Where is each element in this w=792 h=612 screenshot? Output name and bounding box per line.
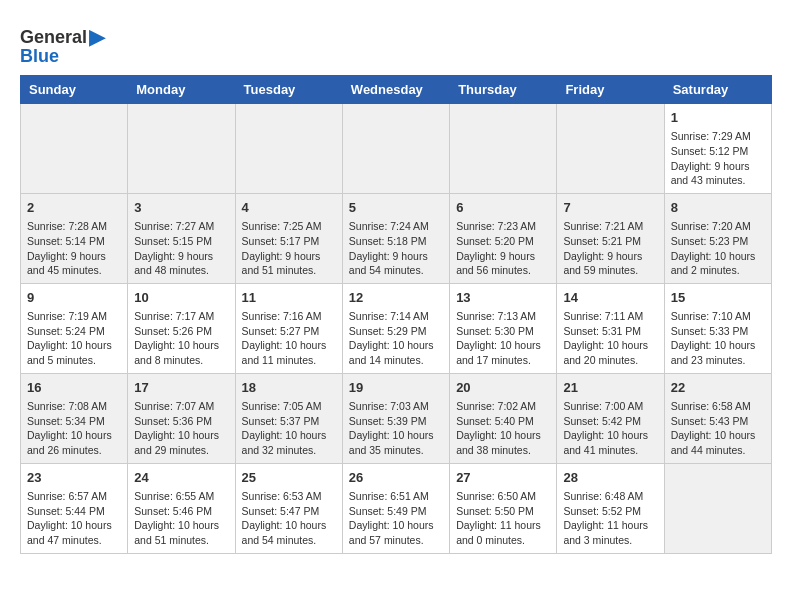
calendar-cell: 5Sunrise: 7:24 AMSunset: 5:18 PMDaylight…	[342, 193, 449, 283]
day-info: Daylight: 10 hours and 2 minutes.	[671, 249, 765, 278]
day-info: Daylight: 11 hours and 3 minutes.	[563, 518, 657, 547]
calendar-cell: 18Sunrise: 7:05 AMSunset: 5:37 PMDayligh…	[235, 373, 342, 463]
day-info: Daylight: 10 hours and 14 minutes.	[349, 338, 443, 367]
day-info: Sunset: 5:42 PM	[563, 414, 657, 429]
calendar-cell: 21Sunrise: 7:00 AMSunset: 5:42 PMDayligh…	[557, 373, 664, 463]
day-info: Sunset: 5:44 PM	[27, 504, 121, 519]
day-info: Daylight: 10 hours and 35 minutes.	[349, 428, 443, 457]
calendar-cell: 12Sunrise: 7:14 AMSunset: 5:29 PMDayligh…	[342, 283, 449, 373]
day-info: Daylight: 9 hours and 45 minutes.	[27, 249, 121, 278]
day-info: Sunset: 5:46 PM	[134, 504, 228, 519]
day-info: Daylight: 9 hours and 54 minutes.	[349, 249, 443, 278]
calendar-cell: 10Sunrise: 7:17 AMSunset: 5:26 PMDayligh…	[128, 283, 235, 373]
day-info: Daylight: 10 hours and 44 minutes.	[671, 428, 765, 457]
calendar-cell: 23Sunrise: 6:57 AMSunset: 5:44 PMDayligh…	[21, 463, 128, 553]
col-header-friday: Friday	[557, 76, 664, 104]
calendar-cell: 20Sunrise: 7:02 AMSunset: 5:40 PMDayligh…	[450, 373, 557, 463]
day-info: Daylight: 10 hours and 17 minutes.	[456, 338, 550, 367]
col-header-thursday: Thursday	[450, 76, 557, 104]
calendar-cell: 1Sunrise: 7:29 AMSunset: 5:12 PMDaylight…	[664, 104, 771, 194]
calendar-cell	[21, 104, 128, 194]
day-info: Sunrise: 7:14 AM	[349, 309, 443, 324]
day-info: Daylight: 10 hours and 32 minutes.	[242, 428, 336, 457]
calendar-cell: 15Sunrise: 7:10 AMSunset: 5:33 PMDayligh…	[664, 283, 771, 373]
day-info: Sunrise: 7:20 AM	[671, 219, 765, 234]
calendar-cell: 11Sunrise: 7:16 AMSunset: 5:27 PMDayligh…	[235, 283, 342, 373]
day-info: Sunrise: 6:48 AM	[563, 489, 657, 504]
day-number: 10	[134, 289, 228, 307]
day-info: Sunset: 5:39 PM	[349, 414, 443, 429]
day-number: 26	[349, 469, 443, 487]
day-info: Daylight: 10 hours and 11 minutes.	[242, 338, 336, 367]
day-number: 16	[27, 379, 121, 397]
day-info: Sunrise: 7:17 AM	[134, 309, 228, 324]
day-info: Sunset: 5:33 PM	[671, 324, 765, 339]
day-info: Daylight: 9 hours and 43 minutes.	[671, 159, 765, 188]
day-number: 20	[456, 379, 550, 397]
day-number: 1	[671, 109, 765, 127]
calendar-cell: 3Sunrise: 7:27 AMSunset: 5:15 PMDaylight…	[128, 193, 235, 283]
day-number: 24	[134, 469, 228, 487]
day-info: Sunrise: 7:21 AM	[563, 219, 657, 234]
day-info: Sunset: 5:26 PM	[134, 324, 228, 339]
calendar-header-row: SundayMondayTuesdayWednesdayThursdayFrid…	[21, 76, 772, 104]
day-info: Sunset: 5:12 PM	[671, 144, 765, 159]
day-number: 23	[27, 469, 121, 487]
day-info: Sunset: 5:34 PM	[27, 414, 121, 429]
day-number: 14	[563, 289, 657, 307]
day-number: 12	[349, 289, 443, 307]
calendar-week-1: 1Sunrise: 7:29 AMSunset: 5:12 PMDaylight…	[21, 104, 772, 194]
col-header-saturday: Saturday	[664, 76, 771, 104]
day-info: Sunset: 5:17 PM	[242, 234, 336, 249]
calendar-cell: 4Sunrise: 7:25 AMSunset: 5:17 PMDaylight…	[235, 193, 342, 283]
calendar-cell: 22Sunrise: 6:58 AMSunset: 5:43 PMDayligh…	[664, 373, 771, 463]
calendar-cell	[342, 104, 449, 194]
day-info: Sunrise: 6:53 AM	[242, 489, 336, 504]
calendar-cell: 26Sunrise: 6:51 AMSunset: 5:49 PMDayligh…	[342, 463, 449, 553]
calendar-week-5: 23Sunrise: 6:57 AMSunset: 5:44 PMDayligh…	[21, 463, 772, 553]
day-info: Sunrise: 7:08 AM	[27, 399, 121, 414]
day-info: Daylight: 10 hours and 47 minutes.	[27, 518, 121, 547]
calendar-cell	[664, 463, 771, 553]
day-number: 27	[456, 469, 550, 487]
day-info: Sunrise: 7:24 AM	[349, 219, 443, 234]
day-info: Sunrise: 6:57 AM	[27, 489, 121, 504]
day-info: Daylight: 10 hours and 38 minutes.	[456, 428, 550, 457]
calendar-cell: 27Sunrise: 6:50 AMSunset: 5:50 PMDayligh…	[450, 463, 557, 553]
day-info: Sunrise: 7:03 AM	[349, 399, 443, 414]
day-number: 21	[563, 379, 657, 397]
day-info: Sunrise: 6:55 AM	[134, 489, 228, 504]
day-info: Daylight: 9 hours and 48 minutes.	[134, 249, 228, 278]
calendar-cell: 8Sunrise: 7:20 AMSunset: 5:23 PMDaylight…	[664, 193, 771, 283]
day-info: Sunset: 5:37 PM	[242, 414, 336, 429]
day-info: Sunrise: 7:23 AM	[456, 219, 550, 234]
day-number: 2	[27, 199, 121, 217]
day-number: 11	[242, 289, 336, 307]
day-info: Daylight: 11 hours and 0 minutes.	[456, 518, 550, 547]
day-number: 9	[27, 289, 121, 307]
calendar-cell: 2Sunrise: 7:28 AMSunset: 5:14 PMDaylight…	[21, 193, 128, 283]
calendar-cell	[557, 104, 664, 194]
day-info: Sunset: 5:29 PM	[349, 324, 443, 339]
day-info: Daylight: 10 hours and 29 minutes.	[134, 428, 228, 457]
calendar-cell: 9Sunrise: 7:19 AMSunset: 5:24 PMDaylight…	[21, 283, 128, 373]
day-info: Sunset: 5:20 PM	[456, 234, 550, 249]
day-info: Daylight: 10 hours and 5 minutes.	[27, 338, 121, 367]
day-number: 25	[242, 469, 336, 487]
day-number: 7	[563, 199, 657, 217]
day-info: Sunrise: 7:25 AM	[242, 219, 336, 234]
col-header-monday: Monday	[128, 76, 235, 104]
day-number: 3	[134, 199, 228, 217]
day-info: Sunset: 5:14 PM	[27, 234, 121, 249]
day-number: 19	[349, 379, 443, 397]
day-info: Sunrise: 7:05 AM	[242, 399, 336, 414]
calendar-cell	[235, 104, 342, 194]
col-header-sunday: Sunday	[21, 76, 128, 104]
day-info: Sunrise: 6:50 AM	[456, 489, 550, 504]
day-number: 13	[456, 289, 550, 307]
day-info: Daylight: 10 hours and 41 minutes.	[563, 428, 657, 457]
day-info: Daylight: 10 hours and 23 minutes.	[671, 338, 765, 367]
calendar-cell: 25Sunrise: 6:53 AMSunset: 5:47 PMDayligh…	[235, 463, 342, 553]
day-info: Daylight: 10 hours and 57 minutes.	[349, 518, 443, 547]
day-number: 8	[671, 199, 765, 217]
